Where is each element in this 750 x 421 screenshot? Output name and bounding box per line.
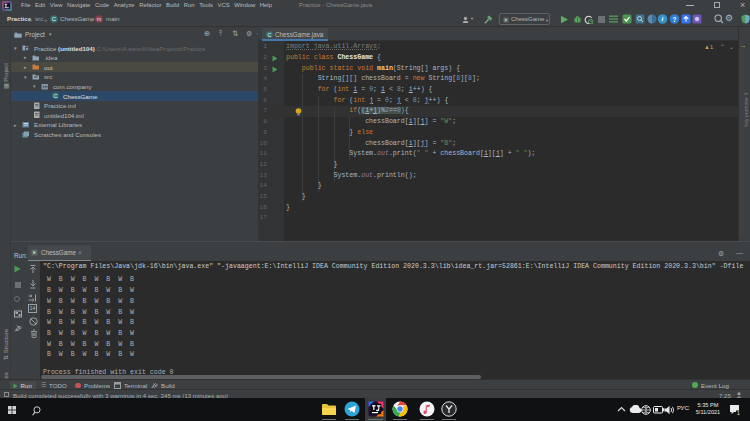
- svg-text:C: C: [268, 32, 272, 38]
- svg-text:C: C: [52, 16, 57, 22]
- svg-text:?: ?: [673, 16, 677, 23]
- svg-text:C: C: [54, 93, 58, 99]
- svg-text:m: m: [97, 16, 102, 22]
- svg-text:1: 1: [737, 410, 740, 416]
- svg-text:i: i: [662, 15, 664, 22]
